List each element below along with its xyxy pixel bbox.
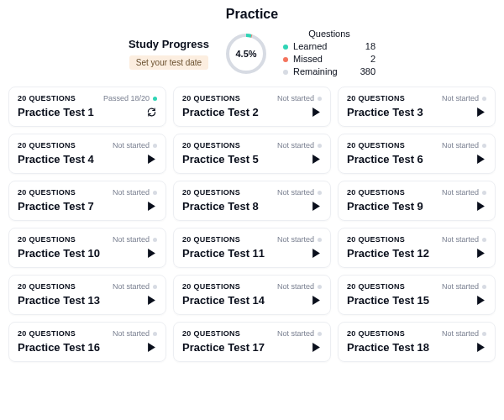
status-badge: Not started: [442, 235, 486, 244]
status-dot-icon: [482, 238, 486, 242]
status-badge: Not started: [277, 94, 322, 102]
test-title: Practice Test 4: [18, 153, 94, 165]
status-text: Not started: [113, 329, 150, 338]
status-badge: Not started: [113, 282, 157, 291]
play-icon[interactable]: [475, 342, 486, 354]
status-text: Passed 18/20: [103, 94, 150, 102]
test-title: Practice Test 10: [18, 247, 100, 260]
play-icon[interactable]: [145, 201, 157, 213]
progress-row: Study Progress Set your test date 4.5% Q…: [0, 25, 504, 87]
status-badge: Not started: [277, 188, 322, 197]
practice-test-card[interactable]: 20 QUESTIONSNot startedPractice Test 7: [8, 181, 166, 221]
card-top: 20 QUESTIONSPassed 18/20: [18, 94, 157, 102]
card-bottom: Practice Test 12: [347, 247, 486, 260]
question-count: 20 QUESTIONS: [18, 329, 76, 338]
retry-icon[interactable]: [145, 107, 157, 118]
practice-test-card[interactable]: 20 QUESTIONSNot startedPractice Test 6: [338, 134, 496, 174]
practice-test-card[interactable]: 20 QUESTIONSNot startedPractice Test 9: [338, 181, 496, 221]
play-icon[interactable]: [475, 248, 486, 260]
practice-test-card[interactable]: 20 QUESTIONSNot startedPractice Test 4: [8, 134, 166, 174]
practice-test-card[interactable]: 20 QUESTIONSNot startedPractice Test 8: [173, 181, 331, 221]
status-dot-icon: [153, 97, 157, 101]
card-top: 20 QUESTIONSNot started: [18, 329, 157, 338]
question-count: 20 QUESTIONS: [347, 94, 405, 102]
card-top: 20 QUESTIONSNot started: [347, 282, 486, 291]
test-title: Practice Test 18: [347, 341, 429, 354]
status-badge: Not started: [277, 329, 322, 338]
card-top: 20 QUESTIONSNot started: [18, 188, 157, 197]
test-title: Practice Test 14: [182, 294, 265, 307]
test-title: Practice Test 13: [18, 294, 100, 307]
set-test-date-button[interactable]: Set your test date: [129, 55, 208, 70]
status-text: Not started: [442, 94, 479, 102]
progress-donut: 4.5%: [224, 32, 268, 76]
practice-test-card[interactable]: 20 QUESTIONSNot startedPractice Test 18: [338, 322, 496, 362]
card-bottom: Practice Test 9: [347, 200, 486, 213]
question-count: 20 QUESTIONS: [347, 329, 405, 338]
questions-heading: Questions: [283, 29, 375, 39]
status-dot-icon: [153, 144, 157, 148]
status-badge: Not started: [113, 329, 157, 338]
question-count: 20 QUESTIONS: [182, 94, 240, 102]
play-icon[interactable]: [475, 154, 486, 165]
play-icon[interactable]: [145, 154, 157, 165]
question-count: 20 QUESTIONS: [18, 141, 76, 150]
practice-test-card[interactable]: 20 QUESTIONSNot startedPractice Test 13: [8, 275, 166, 315]
status-badge: Passed 18/20: [103, 94, 157, 102]
status-badge: Not started: [277, 141, 322, 150]
play-icon[interactable]: [145, 248, 157, 260]
practice-test-card[interactable]: 20 QUESTIONSNot startedPractice Test 3: [338, 87, 496, 127]
question-count: 20 QUESTIONS: [18, 188, 76, 197]
test-title: Practice Test 16: [18, 341, 100, 354]
status-dot-icon: [318, 144, 322, 148]
legend-label: Missed: [293, 53, 350, 66]
card-top: 20 QUESTIONSNot started: [182, 282, 322, 291]
play-icon[interactable]: [475, 107, 486, 118]
practice-test-card[interactable]: 20 QUESTIONSNot startedPractice Test 15: [338, 275, 496, 315]
legend-item-remaining: Remaining380: [283, 66, 375, 78]
card-top: 20 QUESTIONSNot started: [18, 235, 157, 244]
missed-dot-icon: [283, 57, 288, 62]
practice-test-card[interactable]: 20 QUESTIONSNot startedPractice Test 11: [173, 228, 331, 268]
play-icon[interactable]: [310, 107, 322, 118]
tests-grid: 20 QUESTIONSPassed 18/20Practice Test 12…: [0, 87, 504, 370]
card-bottom: Practice Test 13: [18, 294, 157, 307]
test-title: Practice Test 12: [347, 247, 429, 260]
card-top: 20 QUESTIONSNot started: [182, 235, 322, 244]
question-count: 20 QUESTIONS: [347, 188, 405, 197]
status-badge: Not started: [442, 188, 486, 197]
remaining-dot-icon: [283, 70, 288, 75]
play-icon[interactable]: [145, 342, 157, 354]
practice-test-card[interactable]: 20 QUESTIONSNot startedPractice Test 10: [8, 228, 166, 268]
play-icon[interactable]: [310, 342, 322, 354]
practice-test-card[interactable]: 20 QUESTIONSNot startedPractice Test 14: [173, 275, 331, 315]
card-top: 20 QUESTIONSNot started: [18, 282, 157, 291]
play-icon[interactable]: [310, 201, 322, 213]
play-icon[interactable]: [475, 295, 486, 307]
status-text: Not started: [277, 94, 314, 102]
status-badge: Not started: [442, 329, 486, 338]
play-icon[interactable]: [475, 201, 486, 213]
question-count: 20 QUESTIONS: [347, 282, 405, 291]
practice-test-card[interactable]: 20 QUESTIONSPassed 18/20Practice Test 1: [8, 87, 166, 127]
play-icon[interactable]: [310, 248, 322, 260]
play-icon[interactable]: [145, 295, 157, 307]
practice-test-card[interactable]: 20 QUESTIONSNot startedPractice Test 12: [338, 228, 496, 268]
practice-test-card[interactable]: 20 QUESTIONSNot startedPractice Test 2: [173, 87, 331, 127]
card-bottom: Practice Test 11: [182, 247, 322, 260]
question-count: 20 QUESTIONS: [18, 235, 76, 244]
card-top: 20 QUESTIONSNot started: [347, 94, 486, 102]
play-icon[interactable]: [310, 295, 322, 307]
card-bottom: Practice Test 14: [182, 294, 322, 307]
practice-test-card[interactable]: 20 QUESTIONSNot startedPractice Test 16: [8, 322, 166, 362]
card-top: 20 QUESTIONSNot started: [18, 141, 157, 150]
practice-test-card[interactable]: 20 QUESTIONSNot startedPractice Test 5: [173, 134, 331, 174]
question-count: 20 QUESTIONS: [182, 188, 240, 197]
status-text: Not started: [442, 188, 479, 197]
status-badge: Not started: [442, 141, 486, 150]
status-text: Not started: [277, 329, 314, 338]
play-icon[interactable]: [310, 154, 322, 165]
status-text: Not started: [113, 188, 150, 197]
question-count: 20 QUESTIONS: [182, 282, 240, 291]
practice-test-card[interactable]: 20 QUESTIONSNot startedPractice Test 17: [173, 322, 331, 362]
